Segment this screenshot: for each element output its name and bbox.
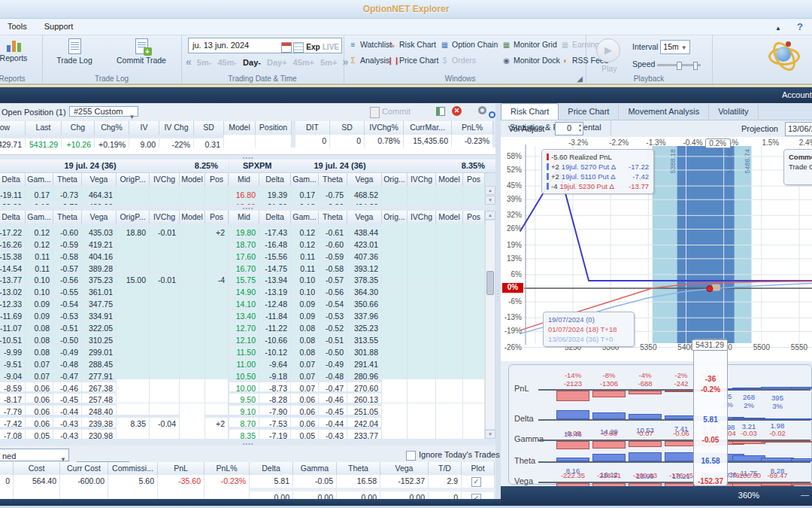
export-icon[interactable] xyxy=(436,107,445,116)
current-price-dot[interactable] xyxy=(707,286,713,292)
window-button-price-chart[interactable]: ❙❙Price Chart xyxy=(387,56,439,65)
chain-left-row[interactable]: -7.080.05-0.43230.98 xyxy=(0,427,229,439)
menu-support[interactable]: Support xyxy=(37,19,81,34)
collapse-ribbon-icon[interactable]: ▲ xyxy=(775,25,781,32)
chain-right-row[interactable]: 8.70-7.530.06-0.44242.04 xyxy=(229,415,485,427)
live-label[interactable]: LIVE xyxy=(323,43,339,51)
chain-left-row[interactable]: -11.690.09-0.53334.91 xyxy=(0,307,229,319)
chain-left-row[interactable]: -7.420.06-0.43239.388.35-0.04+2 xyxy=(0,415,229,427)
vol-adjust-spinner[interactable]: 0▲▼ xyxy=(555,122,583,135)
rewind-icon[interactable]: « xyxy=(186,56,192,68)
scroll-down-icon[interactable]: ▼ xyxy=(485,430,495,439)
tab-risk-chart[interactable]: Risk Chart xyxy=(501,103,559,120)
chain-left-row[interactable]: -8.590.06-0.46267.38 xyxy=(0,379,229,391)
chain-right-row[interactable]: 16.70-14.750.11-0.58393.12 xyxy=(229,260,485,272)
chain-right-row[interactable]: 19.80-17.430.12-0.61438.44 xyxy=(229,224,485,236)
plot-checkbox[interactable]: ✓ xyxy=(471,477,481,487)
chain-left-row[interactable]: -7.790.06-0.44248.40 xyxy=(0,403,229,415)
chain-left-partial-row[interactable]: -20.090.18-0.78480.06 xyxy=(0,198,229,205)
chain-right-row[interactable]: 14.10-12.480.09-0.54350.66 xyxy=(229,295,485,307)
chain-left-row[interactable]: -9.990.08-0.49299.01 xyxy=(0,343,229,355)
window-button-monitor-dock[interactable]: ◉Monitor Dock xyxy=(501,56,560,65)
window-button-risk-chart[interactable]: ∿Risk Chart xyxy=(387,40,436,49)
commit-trade-button[interactable]: + Commit Trade xyxy=(107,38,176,65)
trade-table-row[interactable]: 0564.40-600.005.60-35.60-0.23%5.81-0.051… xyxy=(0,475,495,488)
tab-movement-analysis[interactable]: Movement Analysis xyxy=(619,104,709,120)
interval-select[interactable]: 15m ▼ xyxy=(660,40,689,54)
window-button-analysis[interactable]: ΣAnalysis xyxy=(348,56,389,65)
chain-right-row[interactable]: 10.50-9.180.07-0.48280.96 xyxy=(229,367,485,379)
chain-right-row[interactable]: 13.40-11.840.09-0.53337.96 xyxy=(229,307,485,319)
speed-slider[interactable] xyxy=(657,64,701,66)
summary-right-row[interactable]: 000.78%15,435.60-0.23% xyxy=(295,135,493,148)
chain-right-row[interactable]: 11.00-9.640.07-0.49291.41 xyxy=(229,355,485,367)
current-price-box[interactable]: 5431.29 xyxy=(692,339,728,351)
chain-right-row[interactable]: 15.75-13.940.10-0.57378.35 xyxy=(229,272,485,284)
chain-right-row[interactable]: 14.90-13.190.10-0.56364.30 xyxy=(229,284,485,296)
time-nav-5m-[interactable]: 5m- xyxy=(197,58,212,67)
chain-left-row[interactable]: -11.070.08-0.51322.05 xyxy=(0,319,229,331)
chain-right-row[interactable]: 18.70-16.480.12-0.60423.01 xyxy=(229,236,485,248)
chain-right-row[interactable]: 9.10-7.900.06-0.45251.05 xyxy=(229,403,485,415)
time-grid-icon[interactable] xyxy=(293,42,304,53)
speed-slider-thumb[interactable] xyxy=(677,62,682,70)
zoom-out-icon[interactable]: — xyxy=(801,490,809,499)
calendar-icon[interactable] xyxy=(281,42,292,53)
time-nav-Day-[interactable]: Day- xyxy=(243,58,261,67)
scrollbar-track[interactable] xyxy=(485,220,495,430)
chain-right-row[interactable]: 12.10-10.660.08-0.51313.55 xyxy=(229,331,485,343)
window-button-watchlist[interactable]: ≡Watchlist xyxy=(348,40,392,49)
tab-price-chart[interactable]: Price Chart xyxy=(559,104,619,120)
exp-label[interactable]: Exp xyxy=(306,43,320,51)
window-button-option-chain[interactable]: ▦Option Chain xyxy=(440,40,498,49)
chain-right-pinned-row[interactable]: 16.8019.390.17-0.75468.52 xyxy=(229,186,485,198)
title-bar[interactable]: OptionNET Explorer xyxy=(0,0,812,19)
search-icon[interactable] xyxy=(489,111,495,118)
reports-button[interactable]: Reports xyxy=(0,38,36,62)
time-nav-Day+[interactable]: Day+ xyxy=(267,58,287,67)
chain-left-row[interactable]: -9.510.07-0.48288.45 xyxy=(0,355,229,367)
projection-date-field[interactable]: 13/06/2024 xyxy=(785,122,812,136)
chain-right-partial-row[interactable]: 18.0021.390.18-0.80484.30 xyxy=(229,198,485,205)
window-button-monitor-grid[interactable]: ▦Monitor Grid xyxy=(501,40,557,49)
trading-date-input[interactable]: ju. 13 jun. 2024 Exp LIVE xyxy=(188,38,342,53)
chain-left-row[interactable]: -8.170.06-0.45257.48 xyxy=(0,391,229,403)
scroll-up-icon[interactable]: ▲ xyxy=(485,211,495,220)
play-button[interactable]: ▶ xyxy=(596,38,620,62)
chain-left-pinned-row[interactable]: -19.110.17-0.73464.31 xyxy=(0,186,229,198)
chain-right-row[interactable]: 10.00-8.730.07-0.47270.60 xyxy=(229,379,485,391)
time-nav-45m-[interactable]: 45m- xyxy=(217,58,237,67)
chain-right-row[interactable]: 11.50-10.120.08-0.50301.88 xyxy=(229,343,485,355)
scroll-up-icon[interactable]: ▲ xyxy=(485,186,495,195)
summary-left-row[interactable]: 5,429.715431.29+10.26+0.19%9.00-22%0.31 xyxy=(0,135,292,148)
checkbox-icon[interactable] xyxy=(406,451,416,461)
help-icon[interactable]: ? xyxy=(797,21,803,32)
chain-left-row[interactable]: -16.260.12-0.59419.21 xyxy=(0,236,229,248)
scroll-down-icon[interactable]: ▼ xyxy=(485,196,495,205)
chain-right-row[interactable]: 12.70-11.220.08-0.52325.23 xyxy=(229,319,485,331)
strategy-select[interactable]: ned▼ xyxy=(0,449,69,461)
time-nav-45m+[interactable]: 45m+ xyxy=(293,58,314,67)
chain-right-row[interactable]: 17.60-15.560.11-0.59407.36 xyxy=(229,248,485,260)
chain-left-row[interactable]: -12.330.09-0.54347.75 xyxy=(0,295,229,307)
chain-left-row[interactable]: -10.510.08-0.50310.25 xyxy=(0,331,229,343)
menu-tools[interactable]: Tools xyxy=(0,19,35,34)
chain-right-row[interactable]: 9.50-8.280.06-0.46260.13 xyxy=(229,391,485,403)
tab-volatility[interactable]: Volatility xyxy=(709,104,758,120)
scrollbar-thumb[interactable] xyxy=(486,271,494,295)
chain-left-row[interactable]: -13.020.10-0.55361.01 xyxy=(0,284,229,296)
commit-button[interactable]: Commit xyxy=(370,107,411,118)
chain-left-row[interactable]: -14.540.11-0.57389.28 xyxy=(0,260,229,272)
ignore-trades-checkbox[interactable]: Ignore Today's Trades xyxy=(406,450,500,461)
chain-left-row[interactable]: -9.040.07-0.47277.91 xyxy=(0,367,229,379)
gear-icon[interactable] xyxy=(478,106,486,114)
chain-left-row[interactable]: -17.220.12-0.60435.0318.80-0.01+2 xyxy=(0,224,229,236)
trade-log-button[interactable]: Trade Log xyxy=(48,38,101,65)
chain-left-row[interactable]: -13.770.10-0.56375.2315.00-0.01-4 xyxy=(0,272,229,284)
position-select[interactable]: #255 Custom▼ xyxy=(69,106,138,117)
chain-right-row[interactable]: 8.35-7.190.05-0.43233.77 xyxy=(229,427,485,439)
time-nav-5m+[interactable]: 5m+ xyxy=(320,58,337,67)
comment-box[interactable]: CommentTrade O xyxy=(783,149,812,185)
chain-left-row[interactable]: -15.380.11-0.58404.16 xyxy=(0,248,229,260)
delete-icon[interactable]: ✕ xyxy=(452,106,462,116)
